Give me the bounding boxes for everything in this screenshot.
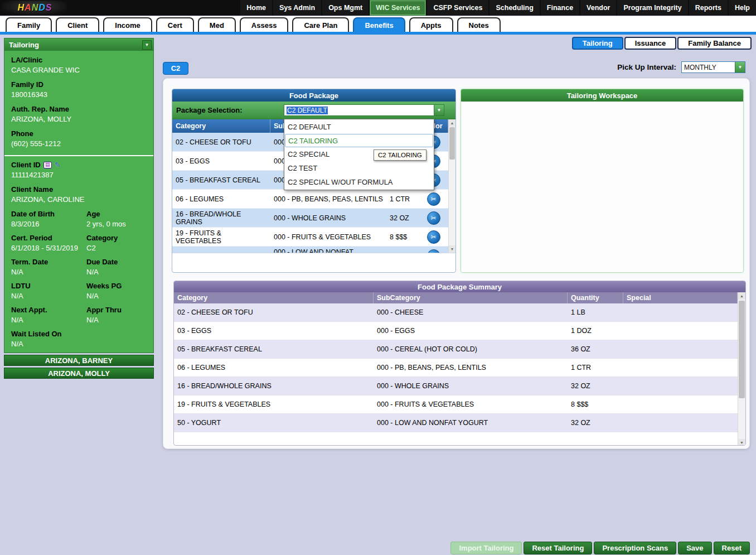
prescription-scans-button[interactable]: Prescription Scans [594,542,676,554]
fp-cell-subcategory: 000 - LOW AND NONFAT YOGURT [270,247,386,253]
client-info-section: Client ID ▤ ✎ 11111421387 Client Name AR… [4,155,153,353]
fp-cell-tailor: ✂ [419,228,448,246]
field-cert-period: Cert. Period 6/1/2018 - 5/31/2019 [11,234,86,252]
food-package-row[interactable]: 19 - FRUITS & VEGETABLES000 - FRUITS & V… [172,228,448,247]
dropdown-option-c2-default[interactable]: C2 DEFAULT [285,120,433,134]
scroll-down-button[interactable]: ▼ [449,245,455,253]
category-c2-tab[interactable]: C2 [163,62,188,75]
fp-cell-quantity: 1 CTR [386,190,419,208]
edit-pencil-icon[interactable]: ✎ [55,161,61,169]
logo-letter: S [46,3,52,13]
tailoring-workspace-panel: Tailoring Workspace [461,89,744,273]
package-selection-label: Package Selection: [176,106,243,114]
topnav-item-csfp-services[interactable]: CSFP Services [427,0,488,16]
tab-assess[interactable]: Assess [240,17,289,32]
topnav-item-program-integrity[interactable]: Program Integrity [617,0,687,16]
tailoring-workspace-body [461,102,743,273]
field-phone: Phone (602) 555-1212 [11,129,147,148]
summary-cell-subcategory: 000 - WHOLE GRAINS [374,377,568,395]
tab-benefits[interactable]: Benefits [353,17,405,32]
id-card-icon[interactable]: ▤ [43,162,52,168]
reset-button[interactable]: Reset [714,542,750,554]
pickup-interval-label: Pick Up Interval: [617,63,676,71]
dropdown-option-c2-tailoring[interactable]: C2 TAILORING [285,134,433,147]
tab-notes[interactable]: Notes [457,17,501,32]
summary-cell-quantity: 8 $$$ [568,395,623,413]
topnav-item-help[interactable]: Help [729,0,756,16]
summary-row: 02 - CHEESE OR TOFU000 - CHEESE1 LB [174,303,738,322]
summary-row: 05 - BREAKFAST CEREAL000 - CEREAL (HOT O… [174,340,738,359]
food-package-summary-panel: Food Package Summary CategorySubCategory… [173,281,746,446]
summary-cell-quantity: 32 OZ [568,377,623,395]
fp-cell-category: 19 - FRUITS & VEGETABLES [172,228,270,246]
client-sidebar: Tailoring ▼ LA/Clinic CASA GRANDE WIC Fa… [4,38,154,379]
tab-med[interactable]: Med [198,17,236,32]
topnav-item-vendor[interactable]: Vendor [580,0,616,16]
summary-row: 16 - BREAD/WHOLE GRAINS000 - WHOLE GRAIN… [174,377,738,395]
tailoring-workspace-title: Tailoring Workspace [461,89,743,102]
logo-letter: A [25,3,31,13]
hands-application-window: HANDS HomeSys AdminOps MgmtWIC ServicesC… [0,0,756,555]
chevron-down-icon[interactable]: ▼ [434,105,444,115]
reset-tailoring-button[interactable]: Reset Tailoring [524,542,592,554]
summary-cell-special [623,414,738,432]
vertical-scrollbar[interactable]: ▲ ▼ [738,292,745,446]
chevron-down-icon[interactable]: ▼ [142,40,152,50]
topnav-item-finance[interactable]: Finance [541,0,579,16]
summary-cell-quantity: 1 DOZ [568,322,623,340]
summary-cell-subcategory: 000 - EGGS [374,322,568,340]
topnav-item-home[interactable]: Home [240,0,272,16]
tab-income[interactable]: Income [103,17,152,32]
pickup-interval-control: Pick Up Interval: MONTHLY ▼ [617,61,745,73]
summary-cell-category: 19 - FRUITS & VEGETABLES [174,395,374,413]
topnav-item-reports[interactable]: Reports [689,0,728,16]
tab-family[interactable]: Family [6,17,52,32]
subtab-issuance[interactable]: Issuance [624,37,677,50]
topnav-item-wic-services[interactable]: WIC Services [370,0,426,16]
package-selection-dropdown[interactable]: C2 DEFAULT ▼ [284,104,444,116]
topnav-item-scheduling[interactable]: Scheduling [490,0,539,16]
topnav-item-sys-admin[interactable]: Sys Admin [273,0,321,16]
module-tab-bar: FamilyClientIncomeCertMedAssessCare Plan… [0,16,756,32]
dropdown-option-c2-test[interactable]: C2 TEST [285,161,433,175]
family-member-button-molly[interactable]: ARIZONA, MOLLY [4,368,154,379]
summary-cell-subcategory: 000 - CEREAL (HOT OR COLD) [374,340,568,358]
chevron-down-icon[interactable]: ▼ [735,62,745,73]
pickup-interval-dropdown[interactable]: MONTHLY ▼ [681,61,745,73]
scroll-down-button[interactable]: ▼ [738,439,745,446]
tab-client[interactable]: Client [56,17,99,32]
sidebar-section-selector[interactable]: Tailoring ▼ [4,38,153,51]
summary-cell-subcategory: 000 - LOW AND NONFAT YOGURT [374,414,568,432]
summary-column-special: Special [623,292,738,303]
field-client-id: Client ID ▤ ✎ 11111421387 [11,161,147,179]
save-button[interactable]: Save [678,542,711,554]
topnav-item-ops-mgmt[interactable]: Ops Mgmt [322,0,369,16]
tailor-scissors-icon[interactable]: ✂ [427,211,440,225]
food-package-row[interactable]: 06 - LEGUMES000 - PB, BEANS, PEAS, LENTI… [172,190,448,209]
subtab-tailoring[interactable]: Tailoring [572,37,623,50]
hands-logo[interactable]: HANDS [2,1,67,15]
fp-cell-tailor: ✂ [419,247,448,253]
tab-care-plan[interactable]: Care Plan [292,17,349,32]
food-package-row[interactable]: 16 - BREAD/WHOLE GRAINS000 - WHOLE GRAIN… [172,209,448,228]
summary-column-quantity: Quantity [568,292,623,303]
vertical-scrollbar[interactable]: ▲ ▼ [448,119,455,253]
tailor-scissors-icon[interactable]: ✂ [427,249,440,253]
fp-cell-subcategory: 000 - PB, BEANS, PEAS, LENTILS [270,190,386,208]
scroll-thumb[interactable] [449,127,455,160]
food-package-row[interactable]: 50 - YOGURT000 - LOW AND NONFAT YOGURT32… [172,247,448,253]
dropdown-option-c2-special-w-out-formula[interactable]: C2 SPECIAL W/OUT FORMULA [285,175,433,189]
tab-appts[interactable]: Appts [409,17,453,32]
scroll-up-button[interactable]: ▲ [738,292,745,300]
package-selection-value: C2 DEFAULT [284,105,434,115]
tailor-scissors-icon[interactable]: ✂ [427,230,440,244]
tailor-scissors-icon[interactable]: ✂ [427,192,440,206]
scroll-thumb[interactable] [739,301,745,398]
scroll-up-button[interactable]: ▲ [449,119,455,127]
family-member-button-barney[interactable]: ARIZONA, BARNEY [4,355,154,366]
fp-cell-category: 16 - BREAD/WHOLE GRAINS [172,209,270,227]
summary-row: 03 - EGGS000 - EGGS1 DOZ [174,322,738,340]
tab-cert[interactable]: Cert [156,17,194,32]
subtab-family-balance[interactable]: Family Balance [677,37,752,50]
import-tailoring-button[interactable]: Import Tailoring [450,542,522,554]
